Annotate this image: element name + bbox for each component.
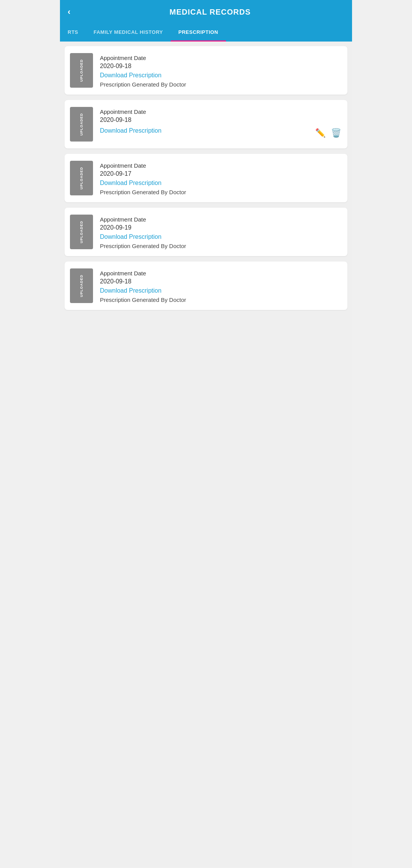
thumbnail-label-5: UPLOADED (80, 275, 84, 297)
prescription-list: UPLOADED Appointment Date 2020-09-18 Dow… (60, 42, 352, 867)
thumbnail-label-1: UPLOADED (80, 59, 84, 82)
appointment-label-2: Appointment Date (100, 108, 341, 115)
edit-icon-2[interactable]: ✏️ (315, 128, 326, 138)
download-link-2[interactable]: Download Prescription (100, 127, 161, 134)
prescription-card-1: UPLOADED Appointment Date 2020-09-18 Dow… (65, 46, 347, 95)
card-info-5: Appointment Date 2020-09-18 Download Pre… (100, 268, 341, 303)
download-link-1[interactable]: Download Prescription (100, 72, 341, 79)
download-link-4[interactable]: Download Prescription (100, 233, 341, 240)
download-row-2: Download Prescription ✏️ 🗑️ (100, 126, 341, 138)
generated-by-5: Prescription Generated By Doctor (100, 297, 341, 303)
thumbnail-3: UPLOADED (70, 161, 93, 195)
appointment-label-4: Appointment Date (100, 216, 341, 223)
card-actions-2: ✏️ 🗑️ (315, 128, 341, 138)
appointment-date-5: 2020-09-18 (100, 278, 341, 285)
delete-icon-2[interactable]: 🗑️ (331, 128, 341, 138)
appointment-date-3: 2020-09-17 (100, 170, 341, 177)
thumbnail-5: UPLOADED (70, 268, 93, 303)
thumbnail-1: UPLOADED (70, 53, 93, 88)
appointment-label-3: Appointment Date (100, 162, 341, 169)
page-title: MEDICAL RECORDS (74, 8, 346, 17)
tab-prescription[interactable]: PRESCRIPTION (171, 24, 226, 42)
card-info-3: Appointment Date 2020-09-17 Download Pre… (100, 161, 341, 195)
back-button[interactable]: ‹ (66, 5, 74, 18)
appointment-date-2: 2020-09-18 (100, 117, 341, 123)
card-info-2: Appointment Date 2020-09-18 Download Pre… (100, 107, 341, 138)
appointment-label-1: Appointment Date (100, 55, 341, 61)
prescription-card-3: UPLOADED Appointment Date 2020-09-17 Dow… (65, 154, 347, 202)
card-info-1: Appointment Date 2020-09-18 Download Pre… (100, 53, 341, 88)
thumbnail-2: UPLOADED (70, 107, 93, 142)
thumbnail-label-4: UPLOADED (80, 221, 84, 243)
generated-by-4: Prescription Generated By Doctor (100, 243, 341, 249)
appointment-date-1: 2020-09-18 (100, 63, 341, 70)
prescription-card-4: UPLOADED Appointment Date 2020-09-19 Dow… (65, 208, 347, 256)
download-link-3[interactable]: Download Prescription (100, 180, 341, 187)
tab-reports[interactable]: RTS (60, 24, 86, 42)
appointment-label-5: Appointment Date (100, 270, 341, 277)
generated-by-3: Prescription Generated By Doctor (100, 189, 341, 195)
tab-family-medical-history[interactable]: FAMILY MEDICAL HISTORY (86, 24, 171, 42)
thumbnail-4: UPLOADED (70, 215, 93, 249)
card-info-4: Appointment Date 2020-09-19 Download Pre… (100, 215, 341, 249)
appointment-date-4: 2020-09-19 (100, 224, 341, 231)
prescription-card-2: UPLOADED Appointment Date 2020-09-18 Dow… (65, 100, 347, 148)
prescription-card-5: UPLOADED Appointment Date 2020-09-18 Dow… (65, 262, 347, 310)
download-link-5[interactable]: Download Prescription (100, 287, 341, 294)
thumbnail-label-2: UPLOADED (80, 113, 84, 136)
thumbnail-label-3: UPLOADED (80, 167, 84, 190)
generated-by-1: Prescription Generated By Doctor (100, 81, 341, 88)
tab-bar: RTS FAMILY MEDICAL HISTORY PRESCRIPTION (60, 24, 352, 42)
header: ‹ MEDICAL RECORDS RTS FAMILY MEDICAL HIS… (60, 0, 352, 42)
